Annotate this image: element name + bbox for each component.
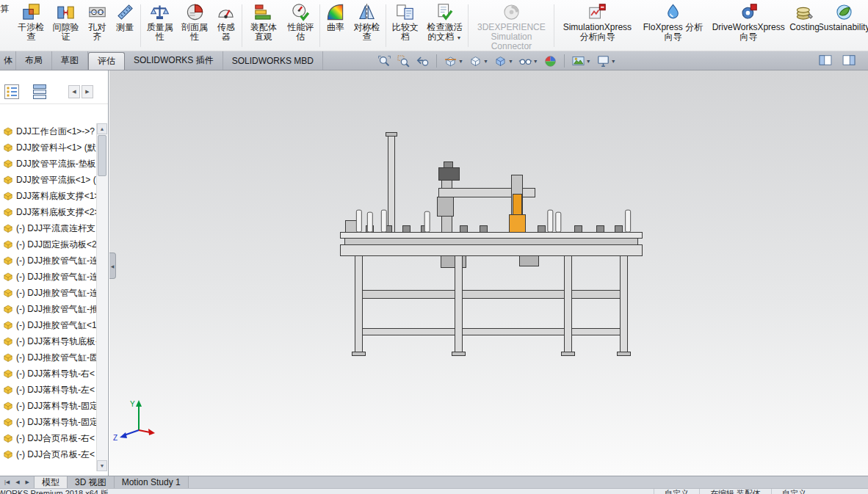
tree-item[interactable]: DJJ胶管料斗<1> (默 (0, 139, 96, 156)
dropdown-arrow-icon[interactable]: ▼ (458, 59, 463, 64)
doc-tab-模型[interactable]: 模型 (35, 476, 68, 488)
tree-item[interactable]: DJJ胶管平流振<1> ( (0, 172, 96, 188)
panel-manager-tabs (3, 83, 48, 101)
doc-tab-motion-study-1[interactable]: Motion Study 1 (115, 476, 189, 488)
ribbon-button-label: 剖面属性 (180, 23, 209, 42)
graphics-viewport[interactable]: Y Z ◀ (109, 70, 868, 476)
scroll-down-button[interactable]: ▼ (97, 460, 107, 471)
component-icon (3, 320, 13, 330)
ribbon-button-measure[interactable]: 测量 (111, 1, 139, 33)
panel-scroll-right-button[interactable]: ▶ (82, 85, 93, 98)
tab-prev-button[interactable]: ◀ (14, 479, 21, 485)
pane-right-button[interactable] (842, 53, 856, 68)
ribbon-button-floxpress[interactable]: FloXpress 分析向导 (638, 1, 707, 43)
tree-item[interactable]: (-) DJJ推胶管气缸-连 (0, 269, 96, 285)
up-arrow-icon: ▲ (100, 126, 105, 131)
tree-item[interactable]: DJJ落料底板支撑<2> (0, 204, 96, 220)
tree-item[interactable]: (-) DJJ固定振动板<2 (0, 236, 96, 253)
view-orientation-button[interactable]: ▼ (467, 54, 490, 69)
status-right-item[interactable]: 自定义 (654, 489, 699, 494)
tree-item[interactable]: (-) DJJ落料导轨-固定 (0, 414, 96, 430)
view-settings-button[interactable]: ▼ (595, 54, 618, 69)
ribbon-button-costing[interactable]: Costing (789, 1, 820, 33)
ribbon-button-mass-properties[interactable]: 质量属性 (142, 1, 177, 43)
tree-item[interactable]: (-) DJJ推胶管气缸<1 (0, 317, 96, 333)
dropdown-arrow-icon[interactable]: ▼ (457, 35, 462, 40)
previous-view-button[interactable] (414, 54, 431, 69)
status-right-item[interactable]: 自定义 (771, 489, 817, 494)
ribbon-partial-button[interactable]: 算 (0, 0, 11, 15)
tree-item[interactable]: (-) DJJ落料导轨-固定 (0, 398, 96, 414)
edit-appearance-button[interactable] (542, 54, 559, 69)
tree-item[interactable]: DJJ胶管平流振-垫板< (0, 156, 96, 172)
ribbon-button-sustainability[interactable]: Sustainability (820, 1, 868, 33)
ribbon-button-curvature[interactable]: 曲率 (322, 1, 350, 33)
apply-scene-button[interactable]: ▼ (570, 54, 593, 69)
ribbon-button-sensors[interactable]: 传感器 (212, 1, 240, 43)
tab-布局[interactable]: 布局 (16, 51, 52, 70)
dropdown-arrow-icon[interactable]: ▼ (611, 59, 616, 64)
tree-item[interactable]: (-) DJJ推胶管气缸-推 (0, 301, 96, 317)
scrollbar-thumb[interactable] (98, 135, 106, 176)
ribbon-button-section-properties[interactable]: 剖面属性 (177, 1, 211, 43)
ribbon-button-performance-evaluation[interactable]: 性能评估 (283, 1, 318, 43)
section-view-button[interactable]: ▼ (442, 54, 465, 69)
dropdown-arrow-icon[interactable]: ▼ (483, 59, 488, 64)
dropdown-arrow-icon[interactable]: ▼ (533, 59, 538, 64)
cad-model[interactable] (109, 70, 868, 474)
panel-scroll-left-button[interactable]: ◀ (68, 85, 80, 98)
component-label: (-) DJJ落料导轨底板- (16, 335, 96, 348)
ribbon-button-assembly-visualization[interactable]: 装配体直观 (244, 1, 283, 43)
tree-item[interactable]: (-) DJJ推胶管气缸-固 (0, 349, 96, 366)
tab-评估[interactable]: 评估 (88, 52, 125, 70)
dropdown-arrow-icon[interactable]: ▼ (586, 59, 591, 64)
tab-solidworks-插件[interactable]: SOLIDWORKS 插件 (125, 51, 223, 70)
toolbar-separator (436, 54, 437, 68)
ribbon-button-interference-check[interactable]: 干涉检查 (14, 1, 48, 43)
tabs-first-button[interactable]: |◀ (3, 479, 11, 485)
ribbon-separator (468, 4, 469, 47)
tab-assembly-partial[interactable]: 体 (0, 51, 16, 70)
ribbon-button-check-active-document[interactable]: 检查激活的文档 ▼ (422, 1, 466, 43)
hide-show-items-button[interactable]: ▼ (517, 54, 540, 69)
tree-item[interactable]: DJJ落料底板支撑<1> (0, 188, 96, 204)
tree-item[interactable]: (-) DJJ落料导轨-右< (0, 366, 96, 382)
symmetry-check-icon (357, 2, 377, 22)
tab-草图[interactable]: 草图 (52, 51, 88, 70)
zoom-area-button[interactable] (395, 54, 412, 69)
featuremanager-tree-tab[interactable] (3, 83, 21, 101)
orientation-triad: Y Z (112, 396, 158, 442)
tree-item[interactable]: (-) DJJ落料导轨底板- (0, 333, 96, 349)
tree-scrollbar[interactable]: ▲ ▼ (96, 123, 107, 471)
tree-item[interactable]: (-) DJJ合页吊板-左< (0, 446, 96, 462)
scroll-up-button[interactable]: ▲ (97, 123, 107, 134)
configuration-manager-tab[interactable] (31, 83, 48, 101)
ribbon-button-clearance-verify[interactable]: 间隙验证 (48, 1, 83, 43)
ribbon-button-label: 传感器 (215, 23, 237, 42)
ribbon-button-compare-documents[interactable]: 比较文档 (388, 1, 422, 43)
tab-next-icon: ▶ (26, 479, 29, 484)
tab-label: 布局 (25, 54, 43, 67)
tree-item[interactable]: (-) DJJ推胶管气缸-连 (0, 253, 96, 269)
curvature-icon (325, 2, 345, 22)
tree-item[interactable]: (-) DJJ落料导轨-左< (0, 382, 96, 398)
ribbon-button-symmetry-check[interactable]: 对称检查 (350, 1, 384, 43)
costing-icon (795, 2, 814, 22)
ribbon-button-driveworksxpress[interactable]: DriveWorksXpress 向导 (708, 1, 789, 43)
doc-tab-3d-视图[interactable]: 3D 视图 (68, 476, 115, 488)
tab-solidworks-mbd[interactable]: SOLIDWORKS MBD (223, 51, 323, 70)
pane-left-button[interactable] (818, 53, 833, 68)
panel-collapse-handle[interactable]: ◀ (109, 253, 116, 279)
tree-item[interactable]: (-) DJJ推胶管气缸-连 (0, 285, 96, 301)
tab-next-button[interactable]: ▶ (24, 479, 31, 485)
sustainability-icon (834, 2, 854, 22)
tree-item[interactable]: DJJ工作台面<1>->? (0, 123, 96, 139)
tree-item[interactable]: (-) DJJ平流震连杆支 (0, 220, 96, 236)
status-right-item[interactable]: 在编辑 装配体 (699, 489, 771, 494)
tree-item[interactable]: (-) DJJ合页吊板-右< (0, 430, 96, 446)
zoom-fit-button[interactable] (376, 54, 393, 69)
display-style-button[interactable]: ▼ (492, 54, 515, 69)
ribbon-button-simulationxpress[interactable]: SimulationXpress 分析向导 (556, 1, 638, 43)
dropdown-arrow-icon[interactable]: ▼ (508, 59, 513, 64)
ribbon-button-hole-alignment[interactable]: 孔对齐 (83, 1, 111, 43)
